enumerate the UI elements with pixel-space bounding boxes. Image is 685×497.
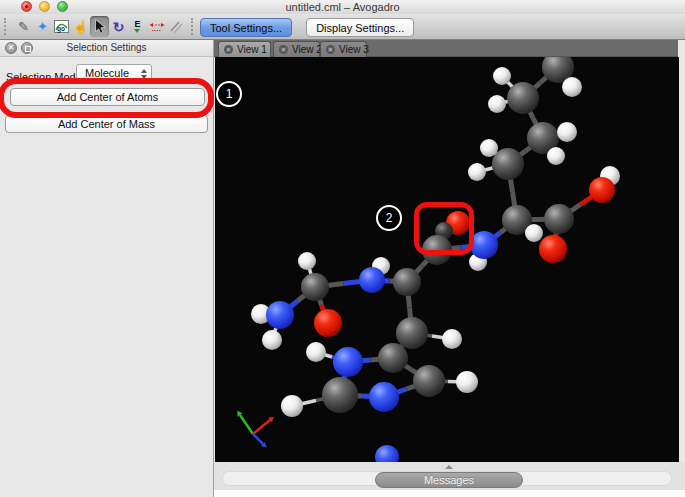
main-area: ✕ View 1 ✕ View 2 ✕ View 3 bbox=[214, 40, 685, 497]
panel-close-icon[interactable]: ✕ bbox=[5, 42, 17, 54]
measure-ruler-icon bbox=[149, 21, 165, 33]
tab-label: View 1 bbox=[237, 44, 267, 55]
panel-header: ✕ Selection Settings bbox=[0, 40, 213, 57]
tab-view-2[interactable]: ✕ View 2 bbox=[273, 41, 320, 57]
window-bottom-margin bbox=[214, 490, 685, 497]
e-down-arrow-icon: E bbox=[134, 21, 140, 33]
splitter-caret-icon[interactable] bbox=[445, 465, 453, 469]
tab-close-icon[interactable]: ✕ bbox=[224, 45, 233, 54]
select-tool-icon[interactable] bbox=[90, 16, 109, 37]
tool-settings-button[interactable]: Tool Settings... bbox=[200, 18, 292, 37]
draw-tool-icon[interactable]: ✎ bbox=[14, 16, 33, 37]
tab-label: View 2 bbox=[292, 44, 322, 55]
selection-mode-label: Selection Mode: bbox=[6, 71, 85, 83]
rotate-arrow-icon: ↻ bbox=[113, 19, 125, 35]
auto-optimize-tool-icon[interactable]: go bbox=[52, 16, 71, 37]
settings-buttons: Tool Settings... Display Settings... bbox=[200, 18, 414, 37]
bond-centric-tool-icon[interactable] bbox=[166, 16, 185, 37]
window-title: untitled.cml – Avogadro bbox=[0, 1, 685, 13]
toolbar-separator bbox=[191, 18, 198, 35]
status-bar: Messages bbox=[214, 462, 685, 490]
panel-float-icon[interactable] bbox=[21, 42, 33, 54]
toolbar-drag-handle[interactable] bbox=[4, 18, 11, 35]
manipulate-tool-icon[interactable]: ☝ bbox=[71, 16, 90, 37]
star-icon: ✦ bbox=[37, 19, 48, 34]
tab-label: View 3 bbox=[339, 44, 369, 55]
align-tool-icon[interactable]: E bbox=[128, 16, 147, 37]
rotate-tool-icon[interactable]: ↻ bbox=[109, 16, 128, 37]
pencil-icon: ✎ bbox=[18, 19, 29, 34]
cursor-arrow-icon bbox=[94, 19, 106, 34]
dropdown-stepper-icon bbox=[141, 69, 147, 79]
tab-close-icon[interactable]: ✕ bbox=[326, 45, 335, 54]
display-settings-button[interactable]: Display Settings... bbox=[306, 18, 414, 37]
selection-settings-panel: ✕ Selection Settings Selection Mode: Mol… bbox=[0, 40, 214, 497]
molecule-svg bbox=[215, 57, 679, 462]
view-tab-bar: ✕ View 1 ✕ View 2 ✕ View 3 bbox=[214, 40, 678, 57]
hand-icon: ☝ bbox=[73, 20, 88, 34]
add-center-of-mass-button[interactable]: Add Center of Mass bbox=[5, 115, 208, 133]
slanted-lines-icon bbox=[169, 20, 183, 34]
avogadro-window: untitled.cml – Avogadro ✎ ✦ go ☝ ↻ bbox=[0, 0, 685, 497]
add-center-of-atoms-button[interactable]: Add Center of Atoms bbox=[10, 88, 205, 106]
selection-mode-dropdown[interactable]: Molecule bbox=[76, 64, 152, 83]
messages-button[interactable]: Messages bbox=[375, 472, 523, 488]
go-chart-icon: go bbox=[54, 20, 69, 33]
tab-view-1[interactable]: ✕ View 1 bbox=[218, 41, 271, 57]
navigate-tool-icon[interactable]: ✦ bbox=[33, 16, 52, 37]
axes-widget-icon bbox=[237, 411, 274, 448]
svg-text:go: go bbox=[57, 25, 65, 33]
tab-view-3[interactable]: ✕ View 3 bbox=[320, 41, 367, 57]
measure-tool-icon[interactable] bbox=[147, 16, 166, 37]
annotation-badge-2: 2 bbox=[376, 205, 402, 231]
annotation-badge-1: 1 bbox=[216, 81, 242, 107]
molecule-viewport[interactable]: 1 2 bbox=[215, 57, 679, 462]
tool-group: ✎ ✦ go ☝ ↻ E bbox=[4, 15, 201, 38]
toolbar: ✎ ✦ go ☝ ↻ E bbox=[0, 14, 685, 40]
selection-mode-value: Molecule bbox=[77, 65, 151, 82]
tab-close-icon[interactable]: ✕ bbox=[279, 45, 288, 54]
title-bar: untitled.cml – Avogadro bbox=[0, 0, 685, 14]
